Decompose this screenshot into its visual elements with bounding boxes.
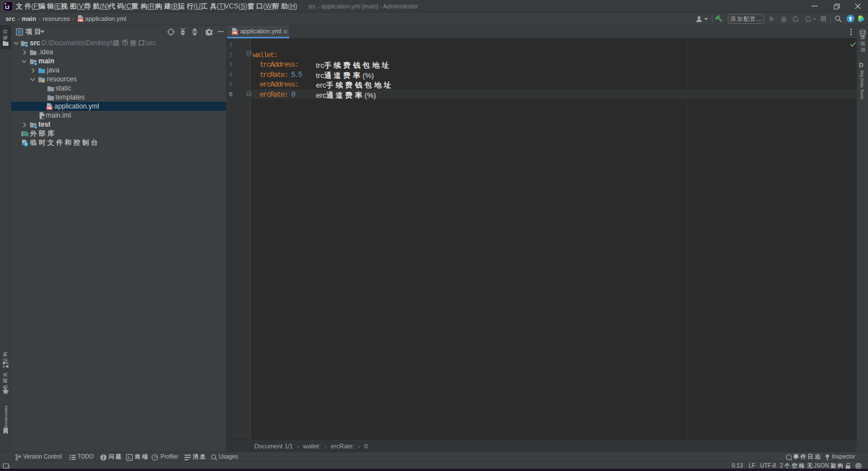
svg-text:YML: YML [47,107,53,110]
svg-text:YML: YML [232,32,238,34]
svg-text:YML: YML [78,19,84,22]
